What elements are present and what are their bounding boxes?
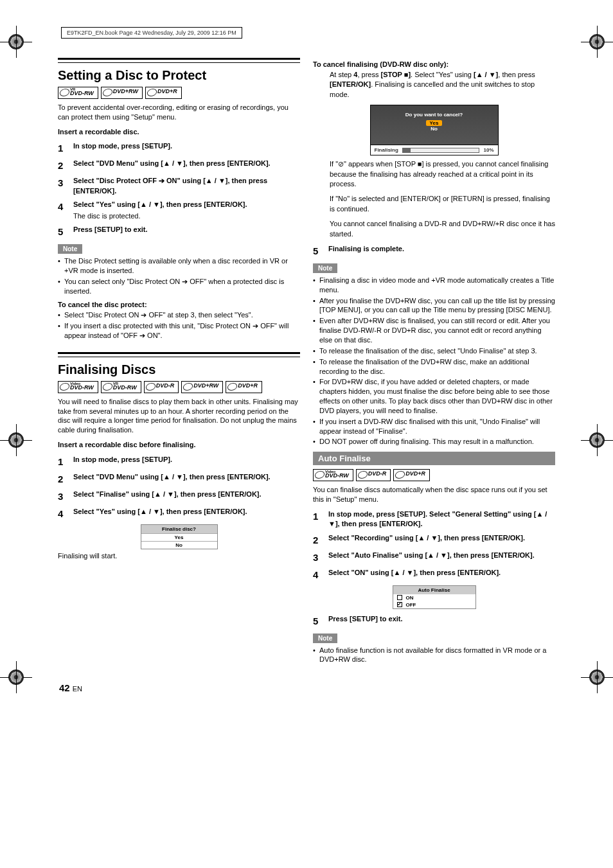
format-badges: VideoDVD-RW DVD-R DVD+R — [313, 469, 555, 481]
lead-text: Insert a recordable disc before finalisi… — [58, 440, 300, 450]
badge-dvd-plus-rw: DVD+RW — [181, 381, 223, 393]
heading-finalising-discs: Finalising Discs — [58, 362, 300, 377]
step-5: 5Finalising is complete. — [313, 244, 555, 258]
cancel-list: Select "Disc Protect ON ➔ OFF" at step 3… — [58, 310, 300, 341]
cancel-finalise-body: At step 4, press [STOP ■]. Select "Yes" … — [313, 70, 555, 100]
badge-dvd-rw-video: VideoDVD-RW — [313, 469, 353, 481]
step-3: 3Select "Auto Finalise" using [▲ / ▼], t… — [313, 551, 555, 564]
cancel-para-3: You cannot cancel finalising a DVD-R and… — [313, 219, 555, 239]
auto-dialog-title: Auto Finalise — [393, 586, 475, 594]
screen-no: No — [371, 126, 498, 132]
note-label: Note — [313, 633, 337, 643]
dialog-title: Finalise disc? — [141, 525, 217, 533]
step-4: 4Select "Yes" using [▲ / ▼], then press … — [58, 200, 300, 221]
step-1: 1In stop mode, press [SETUP]. — [58, 455, 300, 468]
checkbox-checked-icon — [397, 602, 402, 607]
badge-dvd-plus-r: DVD+R — [226, 381, 262, 393]
checkbox-icon — [397, 595, 402, 600]
step-2: 2Select "DVD Menu" using [▲ / ▼], then p… — [58, 472, 300, 486]
auto-intro: You can finalise discs automatically whe… — [313, 485, 555, 504]
right-column: To cancel finalising (DVD-RW disc only):… — [313, 58, 555, 669]
badge-dvd-r: DVD-R — [356, 469, 391, 481]
note-item: Finalising a disc in video mode and +VR … — [313, 276, 555, 295]
registration-mark — [581, 424, 613, 456]
page-number: 42EN — [0, 682, 613, 693]
format-badges: VideoDVD-RW VRDVD-RW DVD-R DVD+RW DVD+R — [58, 381, 300, 393]
badge-dvd-plus-r: DVD+R — [393, 469, 430, 481]
badge-dvd-rw-vr: VRDVD-RW — [101, 381, 141, 393]
step-4: 4Select "Yes" using [▲ / ▼], then press … — [58, 507, 300, 520]
note-list: Finalising a disc in video mode and +VR … — [313, 276, 555, 447]
badge-dvd-plus-r: DVD+R — [145, 87, 182, 99]
auto-on: ON — [406, 595, 414, 601]
step-3: 3Select "Finalise" using [▲ / ▼], then p… — [58, 490, 300, 503]
registration-mark — [0, 424, 32, 456]
print-header: E9TK2FD_EN.book Page 42 Wednesday, July … — [61, 27, 242, 39]
step-5: 5Press [SETUP] to exit. — [313, 614, 555, 628]
heading-setting-disc-protect: Setting a Disc to Protect — [58, 68, 300, 83]
step-5: 5Press [SETUP] to exit. — [58, 225, 300, 238]
note-label: Note — [313, 263, 337, 273]
cancel-protect-head: To cancel the disc protect: — [58, 301, 300, 308]
cancel-finalise-head: To cancel finalising (DVD-RW disc only): — [313, 60, 555, 68]
auto-off: OFF — [406, 602, 416, 608]
note-item: After you finalise the DVD+RW disc, you … — [313, 296, 555, 315]
format-badges: VRDVD-RW DVD+RW DVD+R — [58, 87, 300, 99]
note-list: The Disc Protect setting is available on… — [58, 256, 300, 296]
screen-percent: 10% — [483, 147, 493, 153]
registration-mark — [0, 661, 32, 693]
note-item: The Disc Protect setting is available on… — [58, 256, 300, 276]
note-item: You can select only "Disc Protect ON ➔ O… — [58, 277, 300, 296]
dialog-caption: Finalising will start. — [58, 552, 300, 560]
step-1: 1In stop mode, press [SETUP]. Select "Ge… — [313, 509, 555, 529]
note-item: To release the finalisation of the disc,… — [313, 346, 555, 356]
badge-dvd-rw-vr: VRDVD-RW — [58, 87, 98, 99]
registration-mark — [0, 26, 32, 58]
step-3: 3Select "Disc Protect OFF ➔ ON" using [▲… — [58, 176, 300, 196]
registration-mark — [581, 26, 613, 58]
intro-text: To prevent accidental over-recording, ed… — [58, 103, 300, 122]
screen-label: Finalising — [375, 147, 398, 153]
note-item: For DVD+RW disc, if you have added or de… — [313, 377, 555, 415]
cancel-item: Select "Disc Protect ON ➔ OFF" at step 3… — [58, 310, 300, 320]
lead-text: Insert a recordable disc. — [58, 127, 300, 137]
step-2: 2Select "DVD Menu" using [▲ / ▼], then p… — [58, 159, 300, 172]
note-item: DO NOT power off during finalising. This… — [313, 437, 555, 447]
note-item: Auto finalise function is not available … — [313, 646, 555, 665]
step-2: 2Select "Recording" using [▲ / ▼], then … — [313, 533, 555, 547]
note-item: To release the finalisation of the DVD+R… — [313, 357, 555, 376]
badge-dvd-rw-video: VideoDVD-RW — [58, 381, 98, 393]
registration-mark — [581, 661, 613, 693]
left-column: Setting a Disc to Protect VRDVD-RW DVD+R… — [58, 58, 300, 669]
note-item: Even after DVD+RW disc is finalised, you… — [313, 316, 555, 345]
cancel-item: If you insert a disc protected with this… — [58, 321, 300, 341]
step-1: 1In stop mode, press [SETUP]. — [58, 141, 300, 155]
auto-finalise-bar: Auto Finalise — [313, 452, 555, 465]
note-item: If you insert a DVD-RW disc finalised wi… — [313, 417, 555, 436]
note-label: Note — [58, 244, 82, 254]
progress-bar — [402, 148, 480, 153]
step-4: 4Select "ON" using [▲ / ▼], then press [… — [313, 568, 555, 581]
screen-yes: Yes — [426, 120, 443, 126]
screen-question: Do you want to cancel? — [371, 112, 498, 118]
cancel-para-1: If "⊘" appears when [STOP ■] is pressed,… — [313, 159, 555, 189]
cancel-para-2: If "No" is selected and [ENTER/OK] or [R… — [313, 194, 555, 214]
page-body: Setting a Disc to Protect VRDVD-RW DVD+R… — [0, 58, 613, 669]
dialog-option-yes: Yes — [141, 533, 217, 541]
auto-finalise-dialog: Auto Finalise ON OFF — [393, 585, 476, 609]
finalise-dialog: Finalise disc? Yes No — [141, 524, 218, 549]
cancel-screen: Do you want to cancel? Yes No Finalising… — [370, 105, 499, 155]
note-list: Auto finalise function is not available … — [313, 646, 555, 665]
badge-dvd-r: DVD-R — [144, 381, 179, 393]
intro-text: You will need to finalise discs to play … — [58, 397, 300, 435]
dialog-option-no: No — [141, 541, 217, 549]
badge-dvd-plus-rw: DVD+RW — [101, 87, 143, 99]
